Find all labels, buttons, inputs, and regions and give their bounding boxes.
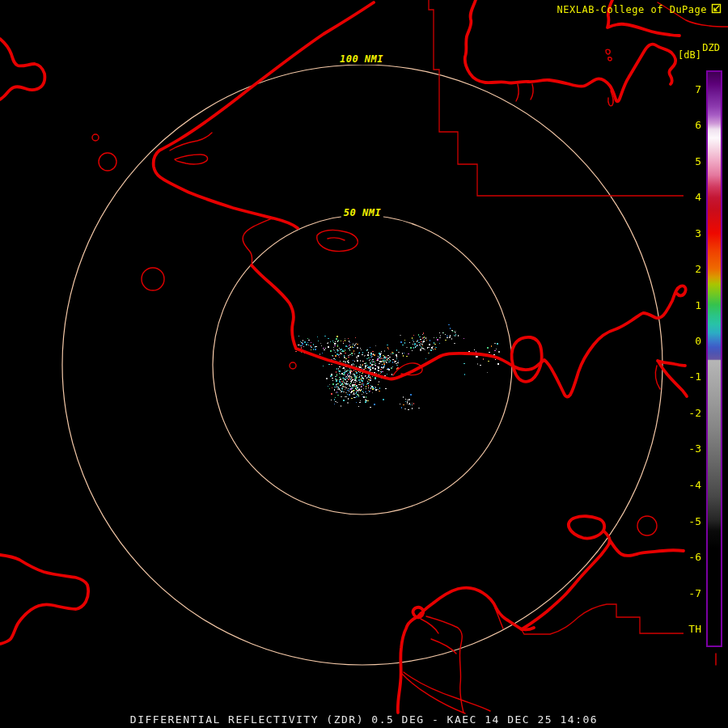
- colorbar-tick--2: -2: [667, 408, 701, 419]
- colorbar-gradient: [708, 72, 721, 645]
- colorbar-tick-7: 7: [667, 84, 701, 95]
- coastlines: [0, 0, 687, 713]
- colorbar-tick-th: TH: [667, 624, 701, 635]
- range-ring-label-100nmi: 100 NMI: [337, 53, 386, 65]
- colorbar-tick-0: 0: [667, 336, 701, 347]
- colorbar-tick-1: 1: [667, 300, 701, 311]
- colorbar-product-label: DZD: [702, 42, 720, 53]
- cod-logo-icon: [711, 3, 722, 16]
- range-ring-50nmi: [213, 215, 512, 514]
- radar-display: 100 NMI 50 NMI NEXLAB-College of DuPage …: [0, 0, 728, 728]
- shoreline-detail: [92, 2, 728, 713]
- range-rings: [62, 65, 662, 665]
- colorbar-tick--5: -5: [667, 516, 701, 527]
- colorbar-tick-6: 6: [667, 120, 701, 131]
- county-boundaries: [429, 0, 684, 634]
- colorbar-tick--7: -7: [667, 588, 701, 599]
- colorbar-tick-4: 4: [667, 192, 701, 203]
- colorbar-tick-5: 5: [667, 156, 701, 167]
- colorbar-tick--6: -6: [667, 552, 701, 563]
- colorbar-tick-2: 2: [667, 264, 701, 275]
- header-title-text: NEXLAB-College of DuPage: [557, 4, 707, 15]
- colorbar: [706, 70, 722, 647]
- status-bar: DIFFERENTIAL REFLECTIVITY (ZDR) 0.5 DEG …: [0, 713, 728, 726]
- range-ring-label-50nmi: 50 NMI: [341, 207, 383, 218]
- colorbar-tick-3: 3: [667, 228, 701, 239]
- colorbar-ticks: 76543210-1-2-3-4-5-6-7TH: [667, 72, 701, 647]
- colorbar-tick--1: -1: [667, 371, 701, 383]
- header-title: NEXLAB-College of DuPage: [557, 3, 722, 16]
- map-overlay: [0, 0, 728, 728]
- colorbar-tick--4: -4: [667, 480, 701, 491]
- range-ring-100nmi: [62, 65, 662, 665]
- colorbar-tick--3: -3: [667, 443, 701, 455]
- colorbar-units-label: [dB]: [678, 49, 701, 61]
